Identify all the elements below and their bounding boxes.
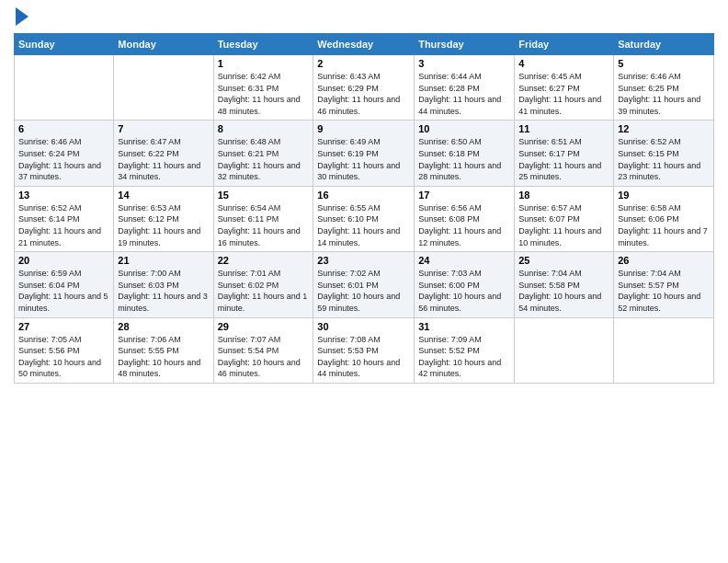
- calendar-table: SundayMondayTuesdayWednesdayThursdayFrid…: [14, 33, 714, 384]
- day-info: Sunrise: 6:52 AM Sunset: 6:14 PM Dayligh…: [18, 202, 109, 248]
- day-info: Sunrise: 6:59 AM Sunset: 6:04 PM Dayligh…: [18, 268, 109, 314]
- day-info: Sunrise: 6:53 AM Sunset: 6:12 PM Dayligh…: [118, 202, 209, 248]
- day-number: 29: [218, 321, 310, 332]
- day-info: Sunrise: 7:09 AM Sunset: 5:52 PM Dayligh…: [418, 334, 510, 380]
- day-cell: 2Sunrise: 6:43 AM Sunset: 6:29 PM Daylig…: [313, 55, 415, 121]
- day-cell: 13Sunrise: 6:52 AM Sunset: 6:14 PM Dayli…: [15, 186, 114, 251]
- day-number: 1: [218, 58, 310, 69]
- day-info: Sunrise: 6:47 AM Sunset: 6:22 PM Dayligh…: [118, 136, 209, 182]
- week-row-5: 27Sunrise: 7:05 AM Sunset: 5:56 PM Dayli…: [15, 317, 714, 383]
- logo-arrow-icon: [16, 7, 28, 26]
- day-number: 10: [418, 123, 510, 134]
- day-number: 24: [418, 255, 510, 266]
- week-row-3: 13Sunrise: 6:52 AM Sunset: 6:14 PM Dayli…: [15, 186, 714, 251]
- day-cell: [114, 55, 213, 121]
- day-number: 12: [618, 123, 710, 134]
- day-cell: 26Sunrise: 7:04 AM Sunset: 5:57 PM Dayli…: [614, 252, 714, 317]
- day-number: 6: [18, 123, 109, 134]
- day-cell: 5Sunrise: 6:46 AM Sunset: 6:25 PM Daylig…: [614, 55, 714, 121]
- day-cell: 16Sunrise: 6:55 AM Sunset: 6:10 PM Dayli…: [313, 186, 415, 251]
- day-cell: 25Sunrise: 7:04 AM Sunset: 5:58 PM Dayli…: [515, 252, 614, 317]
- day-info: Sunrise: 6:56 AM Sunset: 6:08 PM Dayligh…: [418, 202, 510, 248]
- day-info: Sunrise: 6:49 AM Sunset: 6:19 PM Dayligh…: [317, 136, 410, 182]
- day-info: Sunrise: 6:44 AM Sunset: 6:28 PM Dayligh…: [418, 71, 510, 117]
- day-number: 2: [317, 58, 410, 69]
- page: SundayMondayTuesdayWednesdayThursdayFrid…: [0, 0, 728, 563]
- day-info: Sunrise: 6:46 AM Sunset: 6:25 PM Dayligh…: [618, 71, 710, 117]
- header-day-saturday: Saturday: [614, 34, 714, 55]
- day-cell: 21Sunrise: 7:00 AM Sunset: 6:03 PM Dayli…: [114, 252, 213, 317]
- day-number: 22: [218, 255, 310, 266]
- day-number: 9: [317, 123, 410, 134]
- day-info: Sunrise: 7:03 AM Sunset: 6:00 PM Dayligh…: [418, 268, 510, 314]
- day-number: 7: [118, 123, 209, 134]
- day-number: 19: [618, 190, 710, 201]
- week-row-4: 20Sunrise: 6:59 AM Sunset: 6:04 PM Dayli…: [15, 252, 714, 317]
- day-info: Sunrise: 6:52 AM Sunset: 6:15 PM Dayligh…: [618, 136, 710, 182]
- day-cell: 28Sunrise: 7:06 AM Sunset: 5:55 PM Dayli…: [114, 317, 213, 383]
- day-number: 23: [317, 255, 410, 266]
- header-row: SundayMondayTuesdayWednesdayThursdayFrid…: [15, 34, 714, 55]
- day-cell: 30Sunrise: 7:08 AM Sunset: 5:53 PM Dayli…: [313, 317, 415, 383]
- day-number: 16: [317, 190, 410, 201]
- day-cell: [614, 317, 714, 383]
- logo: [14, 9, 28, 26]
- day-cell: 15Sunrise: 6:54 AM Sunset: 6:11 PM Dayli…: [213, 186, 313, 251]
- day-cell: 3Sunrise: 6:44 AM Sunset: 6:28 PM Daylig…: [415, 55, 515, 121]
- day-info: Sunrise: 7:01 AM Sunset: 6:02 PM Dayligh…: [218, 268, 310, 314]
- day-number: 17: [418, 190, 510, 201]
- day-number: 14: [118, 190, 209, 201]
- day-cell: [15, 55, 114, 121]
- day-cell: 23Sunrise: 7:02 AM Sunset: 6:01 PM Dayli…: [313, 252, 415, 317]
- day-info: Sunrise: 7:00 AM Sunset: 6:03 PM Dayligh…: [118, 268, 209, 314]
- day-cell: 27Sunrise: 7:05 AM Sunset: 5:56 PM Dayli…: [15, 317, 114, 383]
- day-info: Sunrise: 6:48 AM Sunset: 6:21 PM Dayligh…: [218, 136, 310, 182]
- day-cell: 19Sunrise: 6:58 AM Sunset: 6:06 PM Dayli…: [614, 186, 714, 251]
- day-info: Sunrise: 6:50 AM Sunset: 6:18 PM Dayligh…: [418, 136, 510, 182]
- day-number: 20: [18, 255, 109, 266]
- day-number: 15: [218, 190, 310, 201]
- day-number: 3: [418, 58, 510, 69]
- day-number: 11: [518, 123, 609, 134]
- day-cell: 24Sunrise: 7:03 AM Sunset: 6:00 PM Dayli…: [415, 252, 515, 317]
- day-info: Sunrise: 6:46 AM Sunset: 6:24 PM Dayligh…: [18, 136, 109, 182]
- week-row-2: 6Sunrise: 6:46 AM Sunset: 6:24 PM Daylig…: [15, 121, 714, 186]
- day-info: Sunrise: 6:58 AM Sunset: 6:06 PM Dayligh…: [618, 202, 710, 248]
- header-day-thursday: Thursday: [415, 34, 515, 55]
- day-info: Sunrise: 6:55 AM Sunset: 6:10 PM Dayligh…: [317, 202, 410, 248]
- day-cell: 6Sunrise: 6:46 AM Sunset: 6:24 PM Daylig…: [15, 121, 114, 186]
- day-cell: 29Sunrise: 7:07 AM Sunset: 5:54 PM Dayli…: [213, 317, 313, 383]
- day-number: 21: [118, 255, 209, 266]
- day-info: Sunrise: 7:07 AM Sunset: 5:54 PM Dayligh…: [218, 334, 310, 380]
- day-info: Sunrise: 6:43 AM Sunset: 6:29 PM Dayligh…: [317, 71, 410, 117]
- header-day-monday: Monday: [114, 34, 213, 55]
- day-info: Sunrise: 7:05 AM Sunset: 5:56 PM Dayligh…: [18, 334, 109, 380]
- day-number: 31: [418, 321, 510, 332]
- day-cell: 31Sunrise: 7:09 AM Sunset: 5:52 PM Dayli…: [415, 317, 515, 383]
- header-day-tuesday: Tuesday: [213, 34, 313, 55]
- day-info: Sunrise: 6:45 AM Sunset: 6:27 PM Dayligh…: [518, 71, 609, 117]
- day-cell: 17Sunrise: 6:56 AM Sunset: 6:08 PM Dayli…: [415, 186, 515, 251]
- day-number: 27: [18, 321, 109, 332]
- day-number: 30: [317, 321, 410, 332]
- day-info: Sunrise: 6:42 AM Sunset: 6:31 PM Dayligh…: [218, 71, 310, 117]
- day-cell: 18Sunrise: 6:57 AM Sunset: 6:07 PM Dayli…: [515, 186, 614, 251]
- day-cell: 8Sunrise: 6:48 AM Sunset: 6:21 PM Daylig…: [213, 121, 313, 186]
- day-cell: 10Sunrise: 6:50 AM Sunset: 6:18 PM Dayli…: [415, 121, 515, 186]
- day-number: 25: [518, 255, 609, 266]
- week-row-1: 1Sunrise: 6:42 AM Sunset: 6:31 PM Daylig…: [15, 55, 714, 121]
- day-cell: 20Sunrise: 6:59 AM Sunset: 6:04 PM Dayli…: [15, 252, 114, 317]
- day-info: Sunrise: 7:08 AM Sunset: 5:53 PM Dayligh…: [317, 334, 410, 380]
- header-day-sunday: Sunday: [15, 34, 114, 55]
- day-number: 8: [218, 123, 310, 134]
- day-info: Sunrise: 6:57 AM Sunset: 6:07 PM Dayligh…: [518, 202, 609, 248]
- day-number: 26: [618, 255, 710, 266]
- day-info: Sunrise: 7:04 AM Sunset: 5:57 PM Dayligh…: [618, 268, 710, 314]
- day-cell: 12Sunrise: 6:52 AM Sunset: 6:15 PM Dayli…: [614, 121, 714, 186]
- day-info: Sunrise: 7:04 AM Sunset: 5:58 PM Dayligh…: [518, 268, 609, 314]
- day-cell: 14Sunrise: 6:53 AM Sunset: 6:12 PM Dayli…: [114, 186, 213, 251]
- header-day-wednesday: Wednesday: [313, 34, 415, 55]
- day-cell: 22Sunrise: 7:01 AM Sunset: 6:02 PM Dayli…: [213, 252, 313, 317]
- day-number: 13: [18, 190, 109, 201]
- day-info: Sunrise: 7:02 AM Sunset: 6:01 PM Dayligh…: [317, 268, 410, 314]
